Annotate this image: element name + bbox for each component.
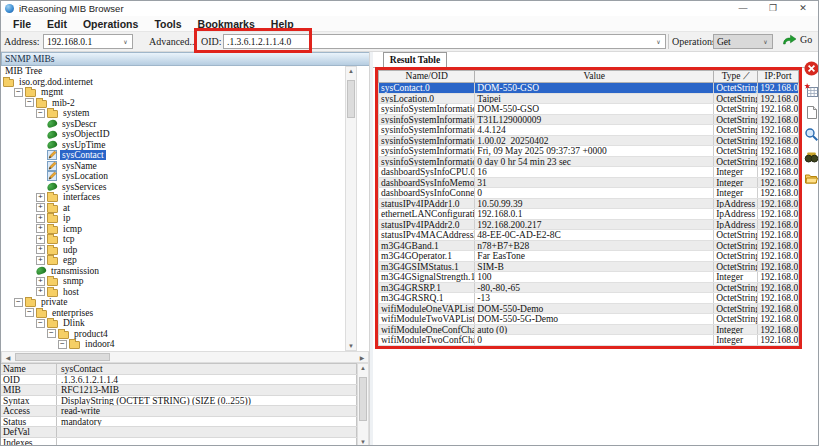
tree-node-sysservices[interactable]: sysServices [1, 182, 345, 193]
panel-divider[interactable] [369, 52, 373, 446]
address-input[interactable] [44, 37, 119, 47]
scroll-up-icon[interactable]: ▲ [358, 365, 368, 371]
table-row[interactable]: wifiModuleOneVAPListSSI...DOM-550-DemoOc… [378, 304, 799, 315]
menu-file[interactable]: File [5, 18, 39, 30]
tree-node-egp[interactable]: +egp [1, 255, 345, 266]
oid-input[interactable] [224, 37, 652, 47]
tree-horizontal-scrollbar[interactable]: ◀ ▶ [1, 351, 369, 363]
table-row[interactable]: statusIPv4IPAddr2.0192.168.200.217IpAddr… [378, 220, 799, 231]
tree-node-udp[interactable]: +udp [1, 245, 345, 256]
minimize-icon[interactable]: — [728, 1, 758, 16]
binoculars-icon[interactable] [804, 149, 819, 164]
menu-operations[interactable]: Operations [75, 18, 146, 30]
add-table-icon[interactable] [804, 83, 819, 98]
tree-node-ip[interactable]: +ip [1, 213, 345, 224]
tree-node-iso-org-dod-internet[interactable]: iso.org.dod.internet [1, 77, 345, 88]
oid-combobox[interactable]: ∨ [223, 34, 666, 49]
close-window-icon[interactable]: ✕ [788, 1, 818, 16]
collapse-icon[interactable]: − [14, 88, 23, 97]
collapse-icon[interactable]: − [25, 308, 34, 317]
table-row[interactable]: sysinfoSystemInformation...0 day 0 hr 54… [378, 157, 799, 168]
scroll-down-icon[interactable]: ▼ [358, 439, 368, 445]
expand-icon[interactable]: + [36, 224, 45, 233]
expand-icon[interactable]: + [36, 235, 45, 244]
expand-icon[interactable]: + [36, 203, 45, 212]
tab-result-table[interactable]: Result Table [383, 52, 447, 67]
scrollbar-thumb[interactable] [347, 80, 355, 118]
tree-node-syscontact[interactable]: sysContact [1, 150, 345, 161]
scroll-down-icon[interactable]: ▼ [346, 343, 356, 349]
tree-node-mib-2[interactable]: −mib-2 [1, 98, 345, 109]
table-row[interactable]: sysinfoSystemInformation...DOM-550-GSOOc… [378, 104, 799, 115]
table-row[interactable]: m3G4GSIMStatus.1SIM-BOctetString192.168.… [378, 262, 799, 273]
table-row[interactable]: sysinfoSystemInformation...T31L129000009… [378, 115, 799, 126]
tree-node-sysuptime[interactable]: sysUpTime [1, 140, 345, 151]
tree-node-mib-tree[interactable]: MIB Tree [1, 66, 345, 77]
tree-node-host[interactable]: +host [1, 287, 345, 298]
tree-node-dlink[interactable]: −Dlink [1, 318, 345, 329]
table-row[interactable]: m3G4GRSRQ.1-13OctetString192.168.0.... [378, 293, 799, 304]
operations-select[interactable]: ∨ [713, 34, 773, 49]
advanced-button[interactable]: Advanced... [149, 36, 197, 47]
table-row[interactable]: wifiModuleOneConfChann...auto (0)Integer… [378, 325, 799, 336]
table-row[interactable]: statusIPv4MACAddress2.048-EE-0C-AD-E2-8C… [378, 230, 799, 241]
column-header-type[interactable]: Type ⟋ [714, 71, 758, 82]
table-row[interactable]: dashboardSysInfoConnecti...0Integer192.1… [378, 188, 799, 199]
tree-node-interfaces[interactable]: +interfaces [1, 192, 345, 203]
table-row[interactable]: m3G4GRSRP.1-80,-80,-65OctetString192.168… [378, 283, 799, 294]
tree-node-syslocation[interactable]: sysLocation [1, 171, 345, 182]
tree-node-private[interactable]: −private [1, 297, 345, 308]
tree-node-icmp[interactable]: +icmp [1, 224, 345, 235]
table-row[interactable]: ethernetLANConfiguration...192.168.0.1Ip… [378, 209, 799, 220]
expand-icon[interactable]: + [36, 287, 45, 296]
scroll-right-icon[interactable]: ▶ [358, 354, 366, 361]
scrollbar-thumb[interactable] [15, 353, 110, 361]
table-row[interactable]: m3G4GOperator.1Far EasToneOctetString192… [378, 251, 799, 262]
expand-icon[interactable]: + [36, 193, 45, 202]
table-row[interactable]: dashboardSysInfoMemory.031Integer192.168… [378, 178, 799, 189]
table-row[interactable]: statusIPv4IPAddr1.010.50.99.39IpAddress1… [378, 199, 799, 210]
tree-node-snmp[interactable]: +snmp [1, 276, 345, 287]
chevron-down-icon[interactable]: ∨ [759, 38, 772, 45]
operations-value[interactable] [714, 37, 759, 47]
column-header-ip-port[interactable]: IP:Port [758, 71, 798, 82]
scrollbar-thumb[interactable] [359, 377, 367, 421]
open-folder-icon[interactable] [804, 171, 819, 186]
go-button[interactable]: Go [782, 34, 812, 45]
properties-vertical-scrollbar[interactable]: ▲ ▼ [357, 363, 369, 446]
column-header-value[interactable]: Value [475, 71, 714, 82]
tree-node-tcp[interactable]: +tcp [1, 234, 345, 245]
menu-help[interactable]: Help [263, 18, 302, 30]
collapse-icon[interactable]: − [58, 340, 67, 349]
close-icon[interactable] [804, 61, 819, 76]
expand-icon[interactable]: + [36, 214, 45, 223]
table-row[interactable]: m3G4GSignalStrength.1100Integer192.168.0… [378, 272, 799, 283]
tree-node-sysdescr[interactable]: sysDescr [1, 119, 345, 130]
table-row[interactable]: dashboardSysInfoCPU.016Integer192.168.0.… [378, 167, 799, 178]
tree-node-indoor4[interactable]: −indoor4 [1, 339, 345, 350]
document-icon[interactable] [804, 105, 819, 120]
scroll-left-icon[interactable]: ◀ [4, 354, 12, 361]
collapse-icon[interactable]: − [36, 319, 45, 328]
expand-icon[interactable]: + [36, 277, 45, 286]
column-header-name-oid[interactable]: Name/OID [379, 71, 475, 82]
tree-vertical-scrollbar[interactable]: ▲ ▼ [345, 66, 357, 351]
search-icon[interactable] [804, 127, 819, 142]
menu-edit[interactable]: Edit [39, 18, 75, 30]
collapse-icon[interactable]: − [47, 329, 56, 338]
collapse-icon[interactable]: − [36, 109, 45, 118]
collapse-icon[interactable]: − [14, 298, 23, 307]
tree-node-enterprises[interactable]: −enterprises [1, 308, 345, 319]
table-row[interactable]: sysinfoSystemInformationF...1.00.02_2025… [378, 136, 799, 147]
address-combobox[interactable]: ∨ [43, 34, 133, 49]
menu-tools[interactable]: Tools [146, 18, 189, 30]
expand-icon[interactable]: + [36, 245, 45, 254]
table-row[interactable]: sysContact.0DOM-550-GSOOctetString192.16… [378, 83, 799, 94]
menu-bookmarks[interactable]: Bookmarks [190, 18, 263, 30]
table-row[interactable]: sysinfoSystemInformationS...Fri, 09 May … [378, 146, 799, 157]
chevron-down-icon[interactable]: ∨ [119, 38, 132, 45]
table-row[interactable]: sysinfoSystemInformation...4.4.124OctetS… [378, 125, 799, 136]
table-row[interactable]: m3G4GBand.1n78+B7+B28OctetString192.168.… [378, 241, 799, 252]
table-row[interactable]: wifiModuleTwoConfChan...0Integer192.168.… [378, 335, 799, 346]
tree-node-product4[interactable]: −product4 [1, 329, 345, 340]
